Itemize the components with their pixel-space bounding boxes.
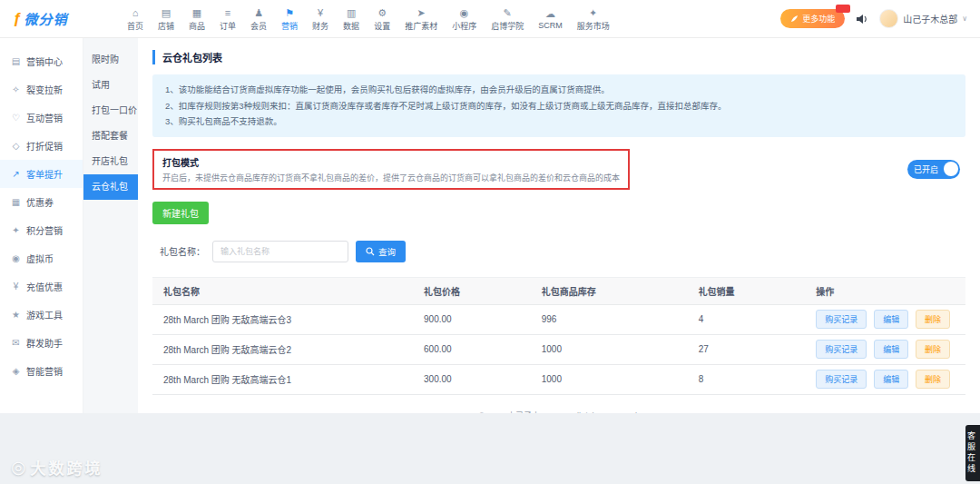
logo[interactable]: ƒ 微分销: [13, 9, 120, 28]
watermark: ◎ 大数跨境: [11, 456, 103, 479]
submenu-item[interactable]: 限时购: [83, 47, 138, 73]
package-mode-toggle[interactable]: 已开启: [907, 160, 960, 179]
top-nav: ⌂ 首页 ▤ 店铺 ▦ 商品 ≡ 订单: [120, 6, 617, 32]
sidebar-item[interactable]: ◈ 智能营销: [0, 357, 83, 385]
delete-button[interactable]: 删除: [916, 340, 950, 359]
purchase-records-button[interactable]: 购买记录: [816, 370, 867, 389]
nav-label: SCRM: [538, 21, 563, 30]
table-row: 28th March 团购 无敌高端云仓3 900.00 996 4 购买记录 …: [152, 304, 965, 334]
col-package-stock: 礼包商品库存: [531, 277, 688, 304]
nav-label: 服务市场: [577, 20, 610, 32]
nav-icon: ▥: [343, 6, 359, 19]
top-nav-item[interactable]: ▦ 商品: [181, 6, 212, 32]
more-functions-button[interactable]: 更多功能: [780, 9, 845, 28]
sidebar-item[interactable]: ↗ 客单提升: [0, 160, 83, 188]
sidebar-item-label: 积分营销: [26, 223, 63, 237]
col-package-sales: 礼包销量: [688, 277, 806, 304]
watermark-text: 大数跨境: [31, 456, 103, 479]
top-nav-item[interactable]: ¥ 财务: [305, 6, 336, 32]
nav-label: 启博学院: [491, 20, 524, 32]
top-nav-item[interactable]: ✎ 启博学院: [484, 6, 531, 32]
sidebar-item[interactable]: ★ 游戏工具: [0, 301, 83, 329]
nav-label: 首页: [127, 20, 143, 32]
table-row: 28th March 团购 无敌高端云仓2 600.00 1000 27 购买记…: [152, 334, 965, 364]
submenu: 限时购 试用 打包一口价 搭配套餐 开店礼包 云仓礼包: [83, 38, 138, 413]
top-nav-item[interactable]: ☁ SCRM: [531, 7, 570, 30]
package-mode-title: 打包模式: [162, 155, 620, 169]
sidebar: ▤ 营销中心 ✧ 裂变拉新 ♡ 互动营销 ◇ 打折促销: [0, 38, 83, 413]
nav-icon: ¥: [312, 6, 328, 19]
cell-operations: 购买记录 编辑 删除: [805, 364, 965, 394]
table-row: 28th March 团购 无敌高端云仓1 300.00 1000 8 购买记录…: [152, 364, 965, 394]
sidebar-item-icon: ◇: [11, 141, 21, 151]
sidebar-item[interactable]: ¥ 充值优惠: [0, 272, 83, 301]
top-nav-item[interactable]: ⌂ 首页: [120, 6, 151, 32]
table-header-row: 礼包名称 礼包价格 礼包商品库存 礼包销量 操作: [152, 277, 965, 304]
top-nav-item[interactable]: ♟ 会员: [243, 6, 274, 32]
sidebar-item-icon: ↗: [11, 169, 21, 179]
nav-label: 店铺: [158, 20, 174, 32]
sidebar-item-icon: ◈: [11, 366, 21, 376]
package-mode-highlight: 打包模式 开启后，未提供云仓商品库存的订货商不拿礼包商品的差价，提供了云仓商品的…: [152, 149, 630, 190]
customer-service-tab[interactable]: 客服在线: [965, 425, 980, 481]
nav-icon: ◉: [452, 6, 476, 19]
delete-button[interactable]: 删除: [916, 310, 950, 329]
top-nav-item[interactable]: ✦ 服务市场: [570, 6, 617, 32]
top-nav-item[interactable]: ➤ 推广素材: [397, 6, 445, 32]
promo-badge: [836, 5, 850, 13]
sidebar-item-icon: ✧: [11, 84, 21, 94]
submenu-item[interactable]: 搭配套餐: [83, 123, 138, 149]
cell-operations: 购买记录 编辑 删除: [805, 334, 965, 364]
purchase-records-button[interactable]: 购买记录: [816, 310, 867, 329]
cell-package-sales: 27: [688, 334, 806, 364]
submenu-item[interactable]: 开店礼包: [83, 149, 138, 174]
sidebar-item[interactable]: ▤ 营销中心: [0, 47, 83, 75]
sidebar-item-icon: ¥: [11, 282, 21, 291]
nav-label: 商品: [189, 20, 205, 32]
sidebar-item[interactable]: ▦ 优惠券: [0, 188, 83, 216]
edit-button[interactable]: 编辑: [874, 310, 908, 329]
edit-button[interactable]: 编辑: [874, 370, 908, 389]
top-nav-item[interactable]: ▤ 店铺: [151, 6, 181, 32]
user-menu[interactable]: 山己子木总部 ∨: [879, 9, 967, 28]
cell-operations: 购买记录 编辑 删除: [805, 304, 965, 334]
cell-package-sales: 4: [688, 304, 806, 334]
top-nav-item[interactable]: ⚙ 设置: [367, 6, 397, 32]
sidebar-item[interactable]: ♡ 互动营销: [0, 104, 83, 132]
create-package-button[interactable]: 新建礼包: [152, 202, 209, 224]
submenu-item[interactable]: 云仓礼包: [83, 174, 138, 200]
nav-icon: ≡: [220, 6, 236, 19]
sidebar-item[interactable]: ✉ 群发助手: [0, 329, 83, 357]
sidebar-item[interactable]: ✦ 积分营销: [0, 216, 83, 244]
delete-button[interactable]: 删除: [916, 370, 950, 389]
announcement-icon[interactable]: [856, 14, 868, 25]
edit-button[interactable]: 编辑: [874, 340, 908, 359]
submenu-item[interactable]: 打包一口价: [83, 98, 138, 123]
watermark-logo-icon: ◎: [11, 457, 26, 478]
submenu-item[interactable]: 试用: [83, 73, 138, 98]
logo-icon: ƒ: [13, 10, 21, 28]
top-nav-item[interactable]: ◉ 小程序: [445, 6, 484, 32]
top-nav-item[interactable]: ⚑ 营销: [274, 6, 305, 32]
sidebar-item-label: 营销中心: [26, 54, 63, 68]
top-nav-item[interactable]: ≡ 订单: [212, 6, 243, 32]
search-input[interactable]: [212, 241, 348, 262]
sidebar-item-label: 充值优惠: [26, 280, 63, 293]
chevron-down-icon: ∨: [962, 15, 967, 23]
sidebar-item[interactable]: ◇ 打折促销: [0, 132, 83, 160]
sidebar-item-icon: ✦: [11, 225, 21, 235]
search-button[interactable]: 查询: [356, 241, 406, 262]
nav-label: 营销: [281, 20, 298, 32]
sidebar-item[interactable]: ◉ 虚拟币: [0, 244, 83, 272]
sidebar-item[interactable]: ✧ 裂变拉新: [0, 75, 83, 104]
top-nav-item[interactable]: ▥ 数据: [336, 6, 367, 32]
nav-icon: ➤: [405, 6, 437, 19]
search-button-label: 查询: [378, 245, 396, 258]
cell-package-stock: 996: [531, 304, 688, 334]
sidebar-item-icon: ✉: [11, 338, 21, 348]
notice-line: 2、扣库存规则按第3种规则来扣：直属订货商没库存或者库存不足时减上级订货商的库存…: [165, 98, 953, 114]
nav-icon: ☁: [538, 7, 563, 20]
nav-label: 数据: [343, 20, 359, 32]
purchase-records-button[interactable]: 购买记录: [816, 340, 867, 359]
cell-package-stock: 1000: [531, 364, 688, 394]
